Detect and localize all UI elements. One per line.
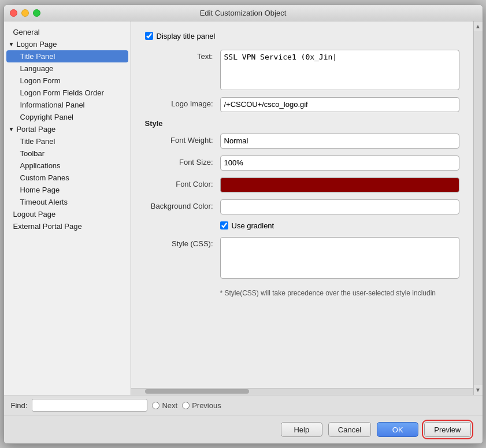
font-size-input[interactable] xyxy=(220,155,459,171)
style-css-label: Style (CSS): xyxy=(145,237,220,248)
sidebar-group-portal-page[interactable]: ▼ Portal Page xyxy=(4,123,131,135)
use-gradient-checkbox[interactable] xyxy=(220,221,228,229)
maximize-button[interactable] xyxy=(33,9,40,17)
main-content: General ▼ Logon Page Title Panel Languag… xyxy=(4,21,483,395)
action-bar: Help Cancel OK Preview xyxy=(4,416,483,443)
sidebar-item-logon-form[interactable]: Logon Form xyxy=(4,75,131,87)
preview-button[interactable]: Preview xyxy=(424,422,470,437)
sidebar-item-custom-panes[interactable]: Custom Panes xyxy=(4,172,131,184)
font-color-swatch[interactable] xyxy=(220,177,459,192)
scroll-track xyxy=(474,31,483,385)
main-window: Edit Customization Object General ▼ Logo… xyxy=(3,5,483,444)
ok-button[interactable]: OK xyxy=(377,422,418,437)
window-title: Edit Customization Object xyxy=(200,9,287,17)
sidebar-item-toolbar[interactable]: Toolbar xyxy=(4,147,131,160)
right-panel: Display title panel Text: SSL VPN Servic… xyxy=(131,21,473,395)
use-gradient-row: Use gradient xyxy=(220,221,459,230)
logo-image-label: Logo Image: xyxy=(145,97,220,108)
scrollbar-thumb[interactable] xyxy=(145,389,249,394)
display-title-row: Display title panel xyxy=(145,32,459,40)
sidebar-item-timeout-alerts[interactable]: Timeout Alerts xyxy=(4,196,131,208)
find-label: Find: xyxy=(11,401,28,410)
style-section-title: Style xyxy=(145,119,459,128)
style-css-row: Style (CSS): xyxy=(145,237,459,279)
arrow-icon: ▼ xyxy=(9,126,14,132)
sidebar-item-informational-panel[interactable]: Informational Panel xyxy=(4,99,131,111)
logo-image-row: Logo Image: xyxy=(145,97,459,112)
panel-content: Display title panel Text: SSL VPN Servic… xyxy=(131,21,473,388)
arrow-icon: ▼ xyxy=(9,41,14,47)
font-weight-input[interactable] xyxy=(220,134,459,149)
cancel-button[interactable]: Cancel xyxy=(328,422,371,437)
sidebar-item-title-panel[interactable]: Title Panel xyxy=(6,50,128,62)
previous-radio-input[interactable] xyxy=(182,402,190,409)
minimize-button[interactable] xyxy=(21,9,29,17)
title-bar: Edit Customization Object xyxy=(4,5,483,21)
font-weight-row: Font Weight: xyxy=(145,134,459,149)
sidebar: General ▼ Logon Page Title Panel Languag… xyxy=(4,21,131,395)
bg-color-row: Background Color: xyxy=(145,199,459,214)
find-bar: Find: Next Previous xyxy=(4,395,483,416)
help-button[interactable]: Help xyxy=(281,422,322,437)
scroll-up-icon[interactable]: ▲ xyxy=(473,21,482,31)
bg-color-label: Background Color: xyxy=(145,199,220,210)
sidebar-item-logon-form-fields-order[interactable]: Logon Form Fields Order xyxy=(4,87,131,99)
next-radio-input[interactable] xyxy=(152,402,159,409)
text-input[interactable]: SSL VPN Service1 (0x_Jin| xyxy=(220,50,459,90)
font-size-row: Font Size: xyxy=(145,155,459,171)
sidebar-item-portal-title-panel[interactable]: Title Panel xyxy=(4,135,131,147)
find-input[interactable] xyxy=(32,399,147,412)
previous-radio[interactable]: Previous xyxy=(182,401,221,410)
text-label: Text: xyxy=(145,50,220,61)
inner-layout: Display title panel Text: SSL VPN Servic… xyxy=(131,21,483,395)
sidebar-item-home-page[interactable]: Home Page xyxy=(4,184,131,196)
display-title-checkbox[interactable] xyxy=(145,32,153,40)
style-css-input[interactable] xyxy=(220,237,459,279)
bg-color-swatch[interactable] xyxy=(220,199,459,214)
sidebar-item-language[interactable]: Language xyxy=(4,62,131,75)
font-weight-label: Font Weight: xyxy=(145,134,220,145)
sidebar-item-external-portal-page[interactable]: External Portal Page xyxy=(4,220,131,232)
use-gradient-label[interactable]: Use gradient xyxy=(220,221,274,230)
logo-image-input[interactable] xyxy=(220,97,459,112)
sidebar-group-logon-page[interactable]: ▼ Logon Page xyxy=(4,38,131,50)
font-color-label: Font Color: xyxy=(145,177,220,188)
note-row: * Style(CSS) will take precedence over t… xyxy=(145,286,459,297)
sidebar-item-copyright-panel[interactable]: Copyright Panel xyxy=(4,111,131,123)
traffic-lights xyxy=(10,9,40,17)
next-radio[interactable]: Next xyxy=(152,401,177,410)
display-title-label[interactable]: Display title panel xyxy=(145,32,216,40)
text-row: Text: SSL VPN Service1 (0x_Jin| xyxy=(145,50,459,90)
vertical-scrollbar[interactable]: ▲ ▼ xyxy=(473,21,483,395)
sidebar-item-applications[interactable]: Applications xyxy=(4,160,131,172)
close-button[interactable] xyxy=(10,9,17,17)
sidebar-item-general[interactable]: General xyxy=(4,26,131,38)
font-color-row: Font Color: xyxy=(145,177,459,192)
font-size-label: Font Size: xyxy=(145,155,220,166)
note-text: * Style(CSS) will take precedence over t… xyxy=(220,289,436,297)
sidebar-item-logout-page[interactable]: Logout Page xyxy=(4,208,131,220)
horizontal-scrollbar[interactable] xyxy=(131,388,473,395)
scroll-down-icon[interactable]: ▼ xyxy=(473,385,482,395)
